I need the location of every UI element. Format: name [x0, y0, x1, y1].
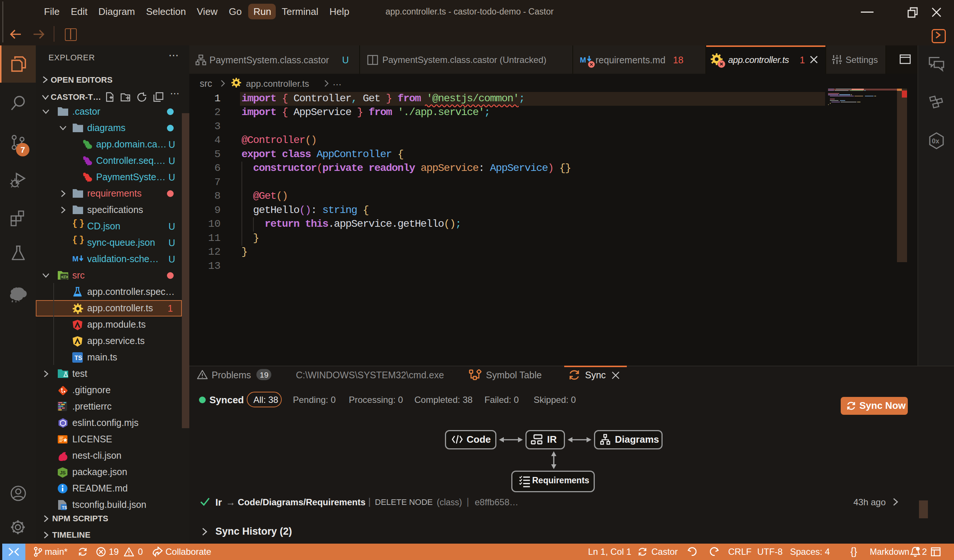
svg-text:0x: 0x	[932, 137, 939, 145]
svg-text:</>: </>	[61, 274, 68, 280]
svg-text:TS: TS	[62, 505, 67, 510]
svg-text:M: M	[580, 56, 586, 64]
svg-text:M: M	[72, 255, 79, 263]
svg-text:JS: JS	[60, 470, 65, 476]
svg-text:TS: TS	[75, 355, 83, 361]
